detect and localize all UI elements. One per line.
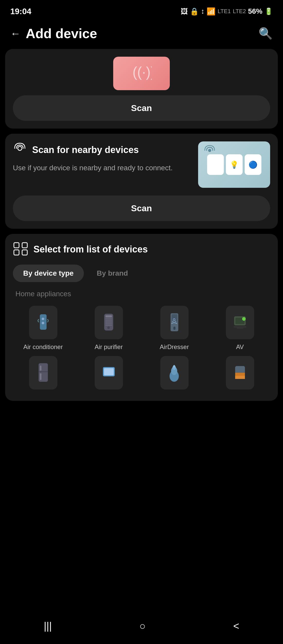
list-section-title: Select from list of devices <box>33 244 148 255</box>
svg-point-34 <box>173 365 175 368</box>
sync-icon: ↕ <box>201 7 205 15</box>
pink-device-thumb: ((·)) <box>113 57 170 90</box>
bottom-navigation: ||| ○ < <box>0 613 283 644</box>
svg-rect-11 <box>105 315 112 317</box>
humidifier-icon-box <box>160 356 189 389</box>
fridge-icon-box <box>29 356 57 389</box>
page-title: Add device <box>26 26 97 41</box>
status-icons: 🖼 🔒 ↕ 📶 LTE1 LTE2 56% 🔋 <box>181 7 273 16</box>
battery-level: 56% <box>248 7 262 15</box>
svg-rect-37 <box>235 376 245 379</box>
device-grid-row1: Air conditioner Air purifier <box>13 306 270 351</box>
signal-lte1-icon: LTE1 <box>218 8 231 15</box>
first-scan-card: ((·)) Scan <box>5 49 278 129</box>
svg-text:((·)): ((·)) <box>132 64 152 80</box>
device-item-orange[interactable] <box>210 356 270 393</box>
search-button[interactable]: 🔍 <box>259 27 273 40</box>
svg-rect-15 <box>105 325 112 326</box>
svg-point-16 <box>107 326 110 329</box>
av-label: AV <box>236 343 244 351</box>
purifier-icon-box <box>95 306 123 339</box>
svg-rect-5 <box>14 250 19 255</box>
airdresser-label: AirDresser <box>160 343 189 351</box>
purifier-label: Air purifier <box>95 343 123 351</box>
nearby-devices-card: Scan for nearby devices Use if your devi… <box>5 134 278 229</box>
svg-rect-14 <box>105 323 112 324</box>
svg-rect-23 <box>234 326 246 328</box>
device-thumb-2: 💡 <box>226 154 243 175</box>
svg-rect-3 <box>14 243 19 248</box>
scan-button-first[interactable]: Scan <box>13 95 270 121</box>
device-item-humidifier[interactable] <box>144 356 205 393</box>
nav-menu-button[interactable]: ||| <box>44 620 52 632</box>
tab-by-device-type[interactable]: By device type <box>13 265 84 282</box>
tablet-icon-box <box>95 356 123 389</box>
lock-icon: 🔒 <box>190 7 199 16</box>
list-header: Select from list of devices <box>13 242 270 257</box>
device-thumb-3: 🔵 <box>245 154 261 175</box>
ac-label: Air conditioner <box>23 343 63 351</box>
device-item-tablet[interactable] <box>78 356 139 393</box>
device-item-av[interactable]: AV <box>210 306 270 351</box>
svg-rect-24 <box>237 328 243 329</box>
device-item-ac[interactable]: Air conditioner <box>13 306 73 351</box>
av-icon-box <box>226 306 254 339</box>
device-item-fridge[interactable] <box>13 356 73 393</box>
nearby-title: Scan for nearby devices <box>32 145 139 155</box>
nearby-scan-icon <box>13 141 27 158</box>
orange-device-icon-box <box>226 356 254 389</box>
svg-rect-28 <box>40 373 41 380</box>
svg-point-8 <box>42 318 44 320</box>
svg-rect-6 <box>22 250 27 255</box>
signal-lte2-icon: LTE2 <box>233 8 246 15</box>
status-time: 19:04 <box>10 7 31 16</box>
wifi-icon: 📶 <box>207 7 216 16</box>
gallery-icon: 🖼 <box>181 7 188 16</box>
svg-rect-4 <box>22 243 27 248</box>
nav-back-button[interactable]: < <box>233 620 239 632</box>
svg-rect-12 <box>105 318 112 319</box>
device-item-purifier[interactable]: Air purifier <box>78 306 139 351</box>
first-card-image: ((·)) <box>13 57 270 90</box>
svg-rect-19 <box>173 327 175 330</box>
battery-icon: 🔋 <box>264 7 273 15</box>
airdresser-icon-box <box>160 306 189 339</box>
header-left: ← Add device <box>10 26 97 41</box>
nearby-description: Use if your device is nearby and ready t… <box>13 163 193 173</box>
svg-point-9 <box>42 322 44 324</box>
nearby-content: Scan for nearby devices Use if your devi… <box>13 141 270 188</box>
tab-by-brand[interactable]: By brand <box>86 265 138 282</box>
ac-icon-box <box>29 306 57 339</box>
device-item-airdresser[interactable]: AirDresser <box>144 306 205 351</box>
device-preview-image: ⊞ 💡 🔵 <box>198 141 270 188</box>
svg-point-1 <box>18 146 22 150</box>
back-button[interactable]: ← <box>10 28 21 39</box>
svg-point-22 <box>242 317 246 321</box>
nearby-header: Scan for nearby devices <box>13 141 193 158</box>
page-header: ← Add device 🔍 <box>0 21 283 49</box>
svg-rect-30 <box>104 368 114 375</box>
svg-rect-27 <box>40 366 41 371</box>
tab-buttons: By device type By brand <box>13 265 270 282</box>
device-grid-row2 <box>13 356 270 393</box>
svg-rect-13 <box>105 320 112 321</box>
category-label: Home appliances <box>13 290 270 298</box>
wifi-pink-icon: ((·)) <box>131 63 152 84</box>
scan-button-nearby[interactable]: Scan <box>13 196 270 221</box>
select-list-card: Select from list of devices By device ty… <box>5 234 278 401</box>
nearby-text: Scan for nearby devices Use if your devi… <box>13 141 198 173</box>
wifi-overlay-icon <box>203 144 216 158</box>
grid-icon <box>13 242 28 257</box>
svg-point-2 <box>208 149 211 152</box>
nav-home-button[interactable]: ○ <box>139 620 146 632</box>
status-bar: 19:04 🖼 🔒 ↕ 📶 LTE1 LTE2 56% 🔋 <box>0 0 283 21</box>
